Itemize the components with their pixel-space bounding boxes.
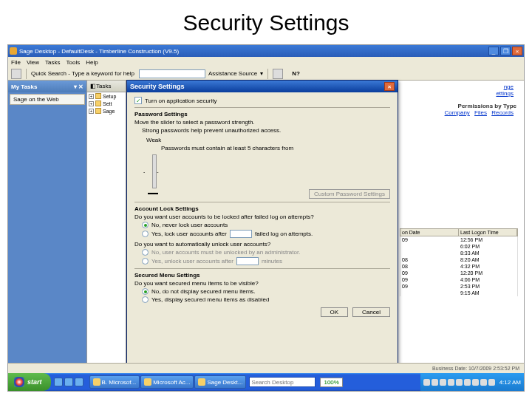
quicklaunch-icon[interactable] <box>54 378 63 386</box>
maximize-button[interactable]: ❐ <box>500 47 511 55</box>
dialog-titlebar[interactable]: Security Settings × <box>127 81 398 92</box>
taskbar-app[interactable]: B. Microsof... <box>89 375 140 389</box>
menu-no-label: No, do not display secured menu items. <box>151 288 256 295</box>
tray-icon[interactable] <box>456 379 463 386</box>
tray-icon[interactable] <box>432 379 438 386</box>
unlock-no-radio[interactable] <box>142 249 149 256</box>
tray-icon[interactable] <box>448 379 454 386</box>
menu-yes-radio[interactable] <box>142 296 149 303</box>
menu-question: Do you want secured menu items to be vis… <box>134 280 390 287</box>
lock-no-label: No, never lock user accounts <box>151 222 228 228</box>
menu-yes-label: Yes, display secured menu items as disab… <box>151 296 269 303</box>
table-row[interactable]: 092:53 PM <box>400 283 518 290</box>
quicksearch-label: Quick Search - Type a keyword for help <box>31 70 134 77</box>
tray-icon[interactable] <box>488 379 495 386</box>
quicklaunch-icon[interactable] <box>75 378 83 386</box>
quicklaunch-icon[interactable] <box>64 378 73 386</box>
tray-icon[interactable] <box>464 379 471 386</box>
taskbar-app[interactable]: Sage Deskt... <box>194 375 246 389</box>
link-settings[interactable]: ettings <box>496 90 514 97</box>
col-time[interactable]: Last Logon Time <box>459 229 517 236</box>
close-button[interactable]: × <box>512 47 522 55</box>
table-row[interactable]: 8:33 AM <box>400 250 518 256</box>
table-row[interactable]: 094:06 PM <box>400 276 518 283</box>
system-tray: 4:12 AM <box>420 373 524 391</box>
tray-icon[interactable] <box>440 379 446 386</box>
quicklaunch <box>54 378 83 386</box>
tree-item[interactable]: +Sage <box>87 107 126 115</box>
screenshot-frame: Sage Desktop - DefaultDesk - Timberline … <box>7 44 525 392</box>
chevron-down-icon[interactable]: ▾ ✕ <box>74 83 83 90</box>
password-strength-slider[interactable]: Weak Passwords must contain at least 5 c… <box>146 137 390 195</box>
table-row[interactable]: 0912:56 PM <box>400 236 518 243</box>
link-change[interactable]: nge <box>504 83 514 90</box>
menu-view[interactable]: View <box>27 59 39 66</box>
taskbar: start B. Microsof... Microsoft Ac... Sag… <box>8 373 524 391</box>
tray-icon[interactable] <box>423 379 430 386</box>
menubar: File View Tasks Tools Help <box>8 57 524 67</box>
folder-icon <box>95 100 101 106</box>
unlock-question: Do you want to automatically unlock user… <box>134 241 390 248</box>
desktop-search-input[interactable] <box>249 377 316 387</box>
desktop-search[interactable] <box>249 377 316 387</box>
mytasks-title: My Tasks <box>11 83 37 90</box>
menu-help[interactable]: Help <box>86 59 98 66</box>
cancel-button[interactable]: Cancel <box>352 307 390 317</box>
statusbar: Business Date: 10/7/2009 2:53:52 PM <box>8 363 524 373</box>
perm-files[interactable]: Files <box>474 109 487 116</box>
menu-file[interactable]: File <box>11 59 21 66</box>
app-titlebar: Sage Desktop - DefaultDesk - Timberline … <box>8 45 524 57</box>
table-row[interactable]: 084:32 PM <box>400 263 518 270</box>
tree-item[interactable]: +Setup <box>87 92 126 100</box>
tray-icon[interactable] <box>480 379 487 386</box>
col-date[interactable]: on Date <box>400 229 459 236</box>
unlock-minutes-input[interactable] <box>236 257 259 265</box>
slider-weak-label: Weak <box>146 137 390 143</box>
permissions-header: Permissions by Type <box>445 103 516 109</box>
lock-yes-radio[interactable] <box>142 231 149 237</box>
perm-records[interactable]: Records <box>491 109 514 116</box>
table-row[interactable]: 6:02 PM <box>400 243 518 250</box>
toolbar-web-icon[interactable] <box>11 69 21 79</box>
toolbar: Quick Search - Type a keyword for help A… <box>8 67 524 81</box>
menu-tasks[interactable]: Tasks <box>45 59 60 66</box>
start-button[interactable]: start <box>8 373 51 391</box>
business-date: Business Date: 10/7/2009 2:53:52 PM <box>432 366 519 371</box>
turn-on-security-checkbox[interactable]: ✓ <box>134 97 142 104</box>
table-header: on Date Last Logon Time <box>400 228 518 236</box>
sage-on-web-link[interactable]: Sage on the Web <box>10 94 85 105</box>
menu-no-radio[interactable] <box>142 288 149 295</box>
table-row[interactable]: 9:15 AM <box>400 290 518 296</box>
slide-title: Security Settings <box>0 0 532 40</box>
custom-password-button[interactable]: Custom Password Settings <box>309 189 390 199</box>
tree-item[interactable]: +Sett <box>87 100 126 107</box>
tray-icon[interactable] <box>472 379 479 386</box>
lock-attempts-input[interactable] <box>230 230 252 238</box>
quicksearch-input[interactable] <box>139 69 205 78</box>
windows-logo-icon <box>14 377 24 387</box>
help-icon[interactable]: N? <box>292 70 300 77</box>
menu-tools[interactable]: Tools <box>66 59 81 66</box>
assistance-dropdown[interactable]: Assistance Source <box>208 70 257 77</box>
unlock-yes-radio[interactable] <box>142 258 149 265</box>
app-icon <box>93 378 100 386</box>
toolbar-print-icon[interactable] <box>273 69 283 79</box>
dialog-title: Security Settings <box>130 83 185 90</box>
app-title: Sage Desktop - DefaultDesk - Timberline … <box>19 48 179 55</box>
minimize-button[interactable]: _ <box>488 47 499 55</box>
zoom-indicator[interactable]: 100% <box>320 378 342 387</box>
chevron-down-icon[interactable]: ▾ <box>260 70 263 77</box>
ok-button[interactable]: OK <box>321 307 349 317</box>
table-row[interactable]: 088:20 AM <box>400 256 518 263</box>
dialog-close-button[interactable]: × <box>384 82 395 91</box>
perm-company[interactable]: Company <box>445 109 470 116</box>
app-icon <box>10 47 17 55</box>
table-row[interactable]: 0912:20 PM <box>400 270 518 276</box>
lock-no-radio[interactable] <box>142 222 149 228</box>
mytasks-header[interactable]: My Tasks ▾ ✕ <box>8 81 86 92</box>
tasks-tree-panel: ◧ Tasks +Setup +Sett +Sage <box>86 81 126 373</box>
taskbar-app[interactable]: Microsoft Ac... <box>140 375 194 389</box>
tasks-tab[interactable]: ◧ Tasks <box>87 81 126 92</box>
unlock-no-label: No, user accounts must be unlocked by an… <box>151 249 300 256</box>
clock[interactable]: 4:12 AM <box>499 379 521 386</box>
